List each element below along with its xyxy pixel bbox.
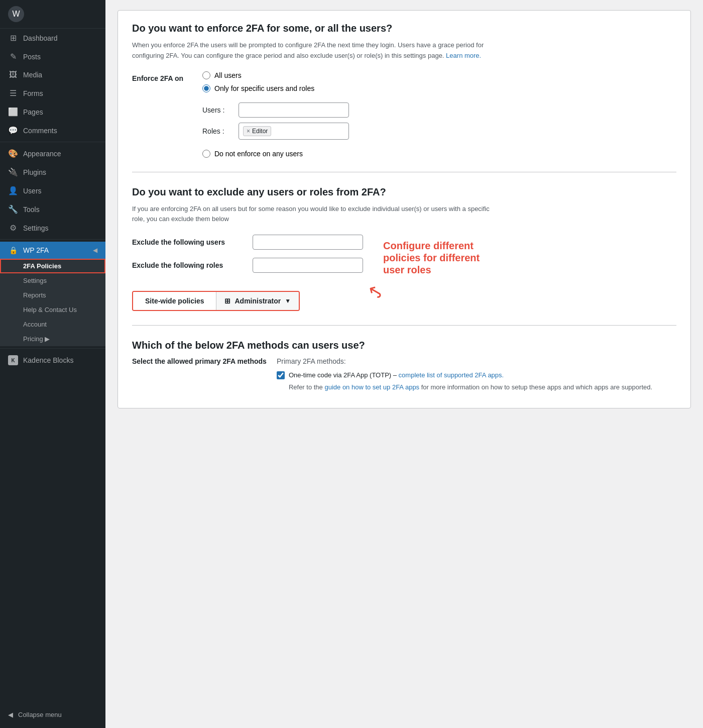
sidebar-item-label: Comments (23, 127, 57, 135)
sidebar-item-users[interactable]: 👤 Users (0, 181, 105, 200)
wp2fa-icon: 🔒 (8, 246, 18, 254)
checkbox-totp-input[interactable] (277, 371, 285, 379)
specific-sub-fields: Users : Roles : × Editor (202, 102, 676, 145)
sidebar-item-appearance[interactable]: 🎨 Appearance (0, 144, 105, 163)
settings-icon: ⚙ (8, 223, 18, 233)
sidebar-logo: W (0, 0, 105, 29)
nav-divider-3 (0, 348, 105, 349)
learn-more-link[interactable]: Learn more. (446, 52, 481, 59)
section-separator-1 (132, 172, 676, 172)
radio-specific-input[interactable] (202, 84, 210, 92)
comments-icon: 💬 (8, 126, 18, 135)
checkbox-totp-label: One-time code via 2FA App (TOTP) – compl… (289, 370, 652, 380)
annotation: Configure different policies for differe… (378, 240, 484, 276)
collapse-menu-button[interactable]: ◀ Collapse menu (0, 706, 105, 723)
methods-header: Primary 2FA methods: (277, 357, 676, 365)
tab-dropdown-icon: ▼ (285, 297, 291, 304)
nav-divider (0, 142, 105, 142)
radio-group: All users Only for specific users and ro… (202, 71, 676, 158)
radio-none[interactable]: Do not enforce on any users (202, 150, 676, 158)
section-separator-2 (132, 325, 676, 326)
methods-row: Select the allowed primary 2FA methods P… (132, 357, 676, 396)
sidebar-item-pages[interactable]: ⬜ Pages (0, 102, 105, 121)
methods-field: Primary 2FA methods: One-time code via 2… (277, 357, 676, 396)
sidebar-item-plugins[interactable]: 🔌 Plugins (0, 163, 105, 181)
sidebar-item-tools[interactable]: 🔧 Tools (0, 200, 105, 219)
exclude-title: Do you want to exclude any users or role… (132, 186, 676, 198)
roles-tag-input[interactable]: × Editor (239, 123, 349, 140)
forms-icon: ☰ (8, 88, 18, 98)
exclude-roles-label: Exclude the following roles (132, 261, 243, 269)
methods-select-label: Select the allowed primary 2FA methods (132, 357, 267, 365)
exclude-users-label: Exclude the following users (132, 238, 243, 246)
submenu-item-pricing[interactable]: Pricing ▶ (0, 332, 105, 346)
radio-all-users-input[interactable] (202, 71, 210, 79)
exclude-desc: If you are enforcing 2FA on all users bu… (132, 204, 494, 225)
tab-bar-wrapper: Site-wide policies ⊞ Administrator ▼ (132, 291, 676, 311)
sidebar-item-label: Appearance (23, 150, 61, 158)
submenu-item-account[interactable]: Account (0, 317, 105, 332)
enforce-form-row: Enforce 2FA on All users Only for specif… (132, 71, 676, 158)
pages-icon: ⬜ (8, 107, 18, 117)
exclude-roles-input[interactable] (253, 258, 363, 273)
dashboard-icon: ⊞ (8, 33, 18, 43)
tab-administrator-label: Administrator (235, 297, 281, 305)
guide-link[interactable]: guide on how to set up 2FA apps (324, 383, 419, 391)
radio-all-users-label: All users (214, 71, 242, 79)
wp2fa-header[interactable]: 🔒 WP 2FA ◀ (0, 242, 105, 259)
submenu-item-2fa-policies[interactable]: 2FA Policies (0, 259, 105, 273)
sidebar: W ⊞ Dashboard ✎ Posts 🖼 Media ☰ Forms ⬜ … (0, 0, 105, 728)
tools-icon: 🔧 (8, 204, 18, 214)
sidebar-item-comments[interactable]: 💬 Comments (0, 121, 105, 140)
roles-field-row: Roles : × Editor (202, 123, 676, 140)
enforce-section: Do you want to enforce 2FA for some, or … (118, 10, 691, 408)
collapse-icon: ◀ (8, 711, 13, 718)
radio-all-users[interactable]: All users (202, 71, 676, 79)
appearance-icon: 🎨 (8, 149, 18, 158)
totp-link[interactable]: complete list of supported 2FA apps. (399, 371, 504, 379)
editor-tag: × Editor (243, 126, 271, 136)
wordpress-logo: W (8, 6, 24, 22)
main-content: Do you want to enforce 2FA for some, or … (105, 0, 703, 728)
radio-specific[interactable]: Only for specific users and roles (202, 84, 676, 92)
sidebar-item-settings[interactable]: ⚙ Settings (0, 219, 105, 237)
submenu-item-help[interactable]: Help & Contact Us (0, 302, 105, 317)
methods-title: Which of the below 2FA methods can users… (132, 340, 676, 351)
exclude-roles-row: Exclude the following roles (132, 258, 363, 273)
posts-icon: ✎ (8, 52, 18, 61)
sidebar-item-label: Media (23, 71, 42, 79)
enforce-options: All users Only for specific users and ro… (202, 71, 676, 158)
sidebar-item-label: Dashboard (23, 34, 58, 42)
exclude-fields: Exclude the following users Exclude the … (132, 235, 363, 281)
radio-specific-label: Only for specific users and roles (214, 84, 314, 92)
wp2fa-submenu: 2FA Policies Settings Reports Help & Con… (0, 259, 105, 346)
kadence-icon: K (8, 355, 18, 365)
tab-icon: ⊞ (224, 297, 230, 305)
sidebar-item-media[interactable]: 🖼 Media (0, 66, 105, 84)
exclude-users-input[interactable] (253, 235, 363, 250)
nav-divider-2 (0, 239, 105, 240)
sidebar-nav: ⊞ Dashboard ✎ Posts 🖼 Media ☰ Forms ⬜ Pa… (0, 29, 105, 242)
tab-bar: Site-wide policies ⊞ Administrator ▼ (132, 291, 300, 311)
media-icon: 🖼 (8, 70, 18, 79)
users-label: Users : (202, 106, 232, 114)
users-input[interactable] (239, 102, 349, 118)
wp2fa-arrow-icon: ◀ (93, 247, 97, 254)
tab-site-wide-label: Site-wide policies (145, 297, 204, 305)
kadence-label: Kadence Blocks (23, 356, 73, 364)
users-field-row: Users : (202, 102, 676, 118)
plugins-icon: 🔌 (8, 167, 18, 177)
radio-none-label: Do not enforce on any users (214, 150, 303, 158)
submenu-item-settings[interactable]: Settings (0, 273, 105, 288)
sidebar-item-posts[interactable]: ✎ Posts (0, 47, 105, 66)
sidebar-item-dashboard[interactable]: ⊞ Dashboard (0, 29, 105, 47)
sidebar-item-label: Users (23, 187, 42, 195)
radio-none-input[interactable] (202, 150, 210, 158)
users-icon: 👤 (8, 186, 18, 195)
tab-administrator[interactable]: ⊞ Administrator ▼ (216, 292, 299, 310)
tab-site-wide[interactable]: Site-wide policies (133, 292, 216, 310)
editor-tag-remove[interactable]: × (247, 128, 250, 135)
sidebar-item-forms[interactable]: ☰ Forms (0, 84, 105, 102)
sidebar-item-kadence[interactable]: K Kadence Blocks (0, 351, 105, 370)
submenu-item-reports[interactable]: Reports (0, 288, 105, 302)
